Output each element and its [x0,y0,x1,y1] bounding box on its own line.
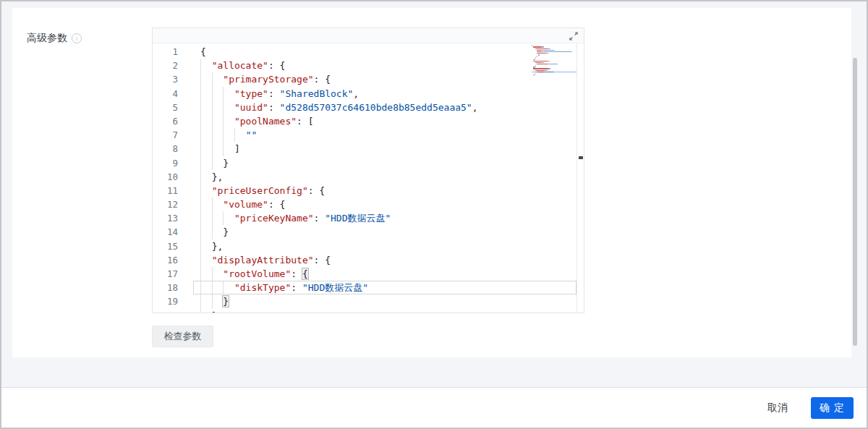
line-number: 19 [153,294,188,308]
editor-toolbar [153,28,584,43]
code-line[interactable]: 15 }, [153,239,584,253]
indent-guide [200,170,201,184]
line-number: 13 [153,211,188,225]
code-line-text: }, [200,309,223,313]
indent-guide [200,239,201,253]
line-number: 3 [153,72,188,86]
line-number: 11 [153,184,188,197]
minimap-line [532,75,576,76]
indent-guide [200,101,201,114]
line-number: 18 [153,281,188,294]
indent-guide [223,211,224,225]
advanced-params-label: 高级参数 i [27,32,82,45]
indent-guide [200,294,201,308]
indent-guide [212,128,213,142]
indent-guide [200,114,201,128]
info-circle-icon[interactable]: i [72,33,82,43]
code-line[interactable]: 3 "primaryStorage": { [153,72,584,86]
indent-guide [212,87,213,101]
json-code-editor[interactable]: 1{2 "allocate": {3 "primaryStorage": {4 … [152,27,584,313]
line-number: 14 [153,225,188,239]
indent-guide [200,281,201,294]
line-number: 20 [153,309,188,313]
indent-guide [200,87,201,101]
code-line[interactable]: 16 "displayAttribute": { [153,253,584,267]
indent-guide [212,281,213,294]
code-line[interactable]: 2 "allocate": { [153,59,584,72]
code-line-text: "displayAttribute": { [200,253,331,267]
indent-guide [200,211,201,225]
code-line-text: "uuid": "d528d57037c64610bde8b85edd5eaaa… [200,101,478,114]
expand-icon[interactable] [568,30,579,42]
indent-guide [200,225,201,239]
indent-guide [200,142,201,156]
code-line[interactable]: 12 "volume": { [153,197,584,211]
indent-guide [223,281,224,294]
indent-guide [212,211,213,225]
code-line-text: "poolNames": [ [200,114,314,128]
code-line-text: "primaryStorage": { [200,72,331,86]
indent-guide [212,156,213,170]
code-line[interactable]: 20 }, [153,309,584,313]
line-number: 10 [153,170,188,184]
overview-ruler [576,43,584,313]
code-line-text: } [200,294,229,308]
indent-guide [223,101,224,114]
code-line[interactable]: 13 "priceKeyName": "HDD数据云盘" [153,211,584,225]
check-params-button[interactable]: 检查参数 [152,326,213,347]
code-line-text: ] [200,142,240,156]
code-line[interactable]: 9 } [153,156,584,170]
confirm-button[interactable]: 确 定 [811,397,854,419]
code-line[interactable]: 19 } [153,294,584,308]
minimap[interactable] [532,45,576,80]
code-line-text: { [200,45,206,59]
code-line-text: "" [200,128,257,142]
code-line[interactable]: 7 "" [153,128,584,142]
indent-guide [223,114,224,128]
line-number: 4 [153,87,188,101]
code-line-text: "volume": { [200,197,285,211]
footer: 取消 确 定 [1,388,867,428]
code-line[interactable]: 11 "priceUserConfig": { [153,184,584,197]
line-number: 6 [153,114,188,128]
code-line[interactable]: 4 "type": "SharedBlock", [153,87,584,101]
code-line[interactable]: 18 "diskType": "HDD数据云盘" [153,281,584,294]
indent-guide [223,128,224,142]
line-number: 15 [153,239,188,253]
code-line-text: }, [200,170,223,184]
line-number: 12 [153,197,188,211]
code-line-text: "priceUserConfig": { [200,184,325,197]
line-number: 16 [153,253,188,267]
code-area[interactable]: 1{2 "allocate": {3 "primaryStorage": {4 … [153,43,584,313]
indent-guide [200,253,201,267]
code-line-text: } [200,156,229,170]
code-line[interactable]: 14 } [153,225,584,239]
indent-guide [212,267,213,281]
code-line[interactable]: 5 "uuid": "d528d57037c64610bde8b85edd5ea… [153,101,584,114]
line-number: 9 [153,156,188,170]
code-line[interactable]: 17 "rootVolume": { [153,267,584,281]
line-number: 1 [153,45,188,59]
cancel-button[interactable]: 取消 [767,402,788,415]
code-line[interactable]: 1{ [153,45,584,59]
indent-guide [212,101,213,114]
line-number: 8 [153,142,188,156]
indent-guide [200,184,201,197]
indent-guide [200,309,201,313]
indent-guide [200,267,201,281]
indent-guide [212,225,213,239]
scrollbar-thumb[interactable] [853,58,857,346]
indent-guide [200,72,201,86]
indent-guide [212,294,213,308]
code-line[interactable]: 6 "poolNames": [ [153,114,584,128]
indent-guide [234,128,235,142]
indent-guide [223,142,224,156]
code-line-text: "diskType": "HDD数据云盘" [200,281,368,294]
indent-guide [212,72,213,86]
code-line[interactable]: 10 }, [153,170,584,184]
code-line-text: "type": "SharedBlock", [200,87,359,101]
code-line-text: "rootVolume": { [200,267,308,281]
indent-guide [223,87,224,101]
cursor-position-marker [579,156,583,159]
code-line[interactable]: 8 ] [153,142,584,156]
